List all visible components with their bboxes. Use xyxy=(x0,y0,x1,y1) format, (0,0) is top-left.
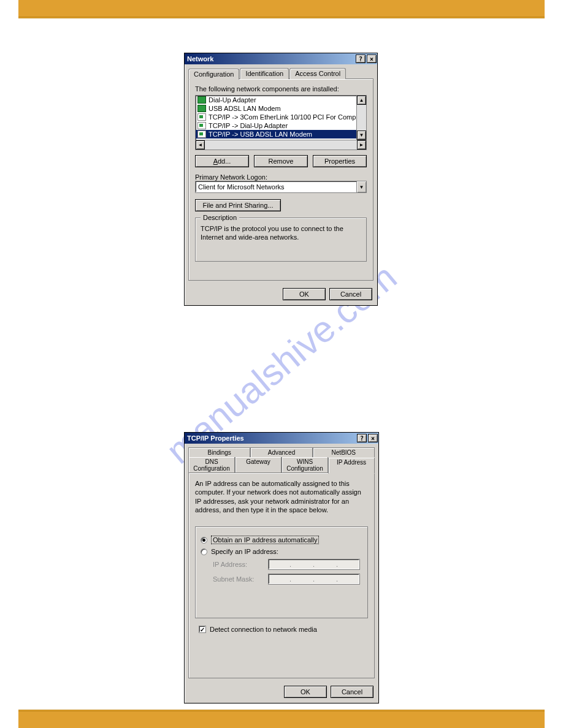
adapter-icon xyxy=(197,105,206,112)
list-item-label: USB ADSL LAN Modem xyxy=(209,105,281,112)
tcpip-title: TCP/IP Properties xyxy=(187,434,244,442)
ok-button[interactable]: OK xyxy=(284,686,327,698)
list-item-label: TCP/IP -> USB ADSL LAN Modem xyxy=(209,131,312,138)
help-button[interactable]: ? xyxy=(356,55,366,63)
tab-access-control[interactable]: Access Control xyxy=(289,68,346,79)
protocol-icon xyxy=(197,113,206,121)
radio-dot-icon xyxy=(201,537,207,544)
help-button[interactable]: ? xyxy=(357,434,367,442)
network-dialog: Network ? × Configuration Identification… xyxy=(184,53,378,306)
remove-button[interactable]: Remove xyxy=(254,155,308,167)
radio-specify[interactable]: Specify an IP address: xyxy=(201,548,362,555)
adapter-icon xyxy=(197,96,206,104)
close-button[interactable]: × xyxy=(367,55,377,63)
scroll-up-icon[interactable]: ▲ xyxy=(357,96,366,105)
primary-logon-value: Client for Microsoft Networks xyxy=(198,183,285,191)
detect-connection-checkbox[interactable]: Detect connection to network media xyxy=(199,626,368,633)
cancel-button[interactable]: Cancel xyxy=(331,686,373,698)
description-text: TCP/IP is the protocol you use to connec… xyxy=(201,224,361,242)
file-print-sharing-button[interactable]: File and Print Sharing... xyxy=(195,199,281,211)
page-header-band xyxy=(18,0,545,18)
components-label: The following network components are ins… xyxy=(195,85,367,93)
list-item[interactable]: Dial-Up Adapter xyxy=(196,96,356,104)
properties-button[interactable]: Properties xyxy=(313,155,367,167)
ip-info-text: An IP address can be automatically assig… xyxy=(195,479,368,514)
tab-ip-address[interactable]: IP Address xyxy=(328,458,375,474)
subnet-mask-input[interactable]: . . . xyxy=(268,574,360,585)
checkbox-icon xyxy=(199,626,206,633)
primary-logon-select[interactable]: Client for Microsoft Networks ▼ xyxy=(195,181,367,193)
tcpip-titlebar[interactable]: TCP/IP Properties ? × xyxy=(185,433,378,444)
tab-dns-configuration[interactable]: DNS Configuration xyxy=(188,457,235,473)
list-item-selected[interactable]: TCP/IP -> USB ADSL LAN Modem xyxy=(196,130,356,138)
tab-advanced[interactable]: Advanced xyxy=(250,447,312,457)
detect-connection-label: Detect connection to network media xyxy=(210,626,317,633)
ip-address-label: IP Address: xyxy=(213,561,262,568)
list-item-label: TCP/IP -> Dial-Up Adapter xyxy=(209,122,288,129)
horizontal-scrollbar[interactable]: ◄ ► xyxy=(196,140,366,150)
ip-address-panel: An IP address can be automatically assig… xyxy=(188,472,375,678)
add-button[interactable]: Add... xyxy=(195,155,249,167)
tab-configuration[interactable]: Configuration xyxy=(188,69,239,80)
ok-button[interactable]: OK xyxy=(283,288,326,300)
scroll-down-icon[interactable]: ▼ xyxy=(357,131,366,140)
primary-logon-label: Primary Network Logon: xyxy=(195,173,367,181)
radio-obtain-auto[interactable]: Obtain an IP address automatically xyxy=(201,536,362,544)
scroll-right-icon[interactable]: ► xyxy=(357,140,366,150)
tab-identification[interactable]: Identification xyxy=(240,68,289,79)
protocol-icon xyxy=(197,122,206,129)
tcpip-dialog: TCP/IP Properties ? × Bindings Advanced … xyxy=(184,432,379,703)
page-footer-band xyxy=(18,710,545,728)
radio-specify-label: Specify an IP address: xyxy=(211,548,278,555)
chevron-down-icon[interactable]: ▼ xyxy=(356,181,366,192)
tab-bindings[interactable]: Bindings xyxy=(188,447,250,457)
tab-wins-configuration[interactable]: WINS Configuration xyxy=(282,457,328,473)
tab-netbios[interactable]: NetBIOS xyxy=(313,447,375,457)
radio-obtain-auto-label: Obtain an IP address automatically xyxy=(211,536,319,544)
ip-radio-group: Obtain an IP address automatically Speci… xyxy=(195,526,368,618)
list-item-label: TCP/IP -> 3Com EtherLink 10/100 PCI For … xyxy=(209,113,356,121)
network-tabs: Configuration Identification Access Cont… xyxy=(188,68,373,79)
components-listbox[interactable]: Dial-Up Adapter USB ADSL LAN Modem TCP/I… xyxy=(195,95,367,150)
network-titlebar[interactable]: Network ? × xyxy=(185,53,377,64)
list-item[interactable]: TCP/IP -> Dial-Up Adapter xyxy=(196,121,356,130)
vertical-scrollbar[interactable]: ▲ ▼ xyxy=(356,96,366,140)
description-group: Description TCP/IP is the protocol you u… xyxy=(195,218,367,262)
subnet-mask-label: Subnet Mask: xyxy=(213,575,262,583)
list-item-label: Dial-Up Adapter xyxy=(209,96,256,104)
tab-gateway[interactable]: Gateway xyxy=(235,457,282,473)
list-item[interactable]: USB ADSL LAN Modem xyxy=(196,104,356,113)
ip-address-input[interactable]: . . . xyxy=(268,559,360,570)
cancel-button[interactable]: Cancel xyxy=(329,288,372,300)
protocol-icon xyxy=(197,131,206,138)
close-button[interactable]: × xyxy=(368,434,378,442)
description-legend: Description xyxy=(201,214,239,221)
scroll-left-icon[interactable]: ◄ xyxy=(196,140,205,150)
list-item[interactable]: TCP/IP -> 3Com EtherLink 10/100 PCI For … xyxy=(196,113,356,121)
configuration-panel: The following network components are ins… xyxy=(188,78,373,281)
radio-dot-icon xyxy=(201,548,207,555)
network-title: Network xyxy=(187,55,213,63)
